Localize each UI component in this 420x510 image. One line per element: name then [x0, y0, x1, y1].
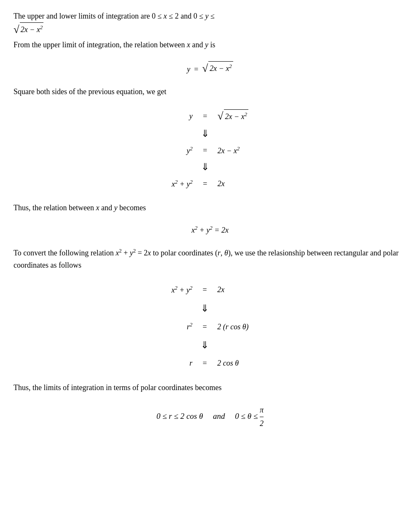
para1-sqrt: √2x − x2	[13, 22, 43, 36]
paragraph-5: To convert the following relation x2 + y…	[13, 247, 407, 271]
align-empty-3	[167, 158, 197, 176]
align-empty-1	[167, 125, 197, 143]
align-rhs-2: 2x − x2	[213, 143, 253, 158]
align2-rhs-2: 2 (r cos θ)	[213, 318, 253, 335]
align-empty-2	[213, 125, 253, 143]
align-lhs-3: x2 + y2	[167, 176, 197, 192]
align-row-arrow-1: ⇓	[167, 125, 253, 143]
align2-eq-2: =	[197, 318, 213, 335]
align-empty-4	[213, 158, 253, 176]
align2-empty-1	[167, 298, 197, 318]
align-arrow-2: ⇓	[197, 158, 213, 176]
align2-lhs-2: r2	[167, 318, 197, 335]
para2-text: From the upper limit of integration, the…	[13, 41, 215, 49]
align-row-arrow-2: ⇓	[167, 158, 253, 176]
align2-empty-2	[213, 298, 253, 318]
eq-y-sqrt: y = √2x − x2	[13, 61, 407, 76]
align-eq-1: =	[197, 108, 213, 125]
align-block-2: x2 + y2 = 2x ⇓ r2 = 2 (r cos θ) ⇓ r = 2 …	[13, 282, 407, 372]
align2-lhs-1: x2 + y2	[167, 282, 197, 298]
align-rhs-1: √2x − x2	[213, 108, 253, 125]
align2-row-arrow-2: ⇓	[167, 335, 253, 355]
align2-row-3: r = 2 cos θ	[167, 355, 253, 372]
para6-text: Thus, the limits of integration in terms…	[13, 383, 221, 392]
align2-rhs-3: 2 cos θ	[213, 355, 253, 372]
align-row-3: x2 + y2 = 2x	[167, 176, 253, 192]
align-lhs-1: y	[167, 108, 197, 125]
align2-empty-4	[213, 335, 253, 355]
paragraph-6: Thus, the limits of integration in terms…	[13, 382, 407, 394]
align2-lhs-3: r	[167, 355, 197, 372]
align-row-2: y2 = 2x − x2	[167, 143, 253, 158]
para3-text: Square both sides of the previous equati…	[13, 87, 166, 96]
align-rhs-3: 2x	[213, 176, 253, 192]
paragraph-3: Square both sides of the previous equati…	[13, 86, 407, 98]
align2-eq-1: =	[197, 282, 213, 298]
align2-eq-3: =	[197, 355, 213, 372]
align-eq-3: =	[197, 176, 213, 192]
paragraph-4: Thus, the relation between x and y becom…	[13, 202, 407, 214]
align2-row-1: x2 + y2 = 2x	[167, 282, 253, 298]
paragraph-2: From the upper limit of integration, the…	[13, 39, 407, 51]
eq-final-limits: 0 ≤ r ≤ 2 cos θ and 0 ≤ θ ≤ π 2	[13, 404, 407, 430]
align-block-1: y = √2x − x2 ⇓ y2 = 2x − x2 ⇓ x2 + y2 =	[13, 108, 407, 192]
para5-text: To convert the following relation x2 + y…	[13, 249, 398, 269]
paragraph-1: The upper and lower limits of integratio…	[13, 10, 407, 36]
align2-arrow-2: ⇓	[197, 335, 213, 355]
align2-arrow-1: ⇓	[197, 298, 213, 318]
para4-text: Thus, the relation between x and y becom…	[13, 203, 146, 212]
final-limits-text: 0 ≤ r ≤ 2 cos θ and 0 ≤ θ ≤ π 2	[156, 412, 264, 420]
align2-rhs-1: 2x	[213, 282, 253, 298]
align2-empty-3	[167, 335, 197, 355]
align-eq-2: =	[197, 143, 213, 158]
align-arrow-1: ⇓	[197, 125, 213, 143]
align2-row-arrow-1: ⇓	[167, 298, 253, 318]
align-row-1: y = √2x − x2	[167, 108, 253, 125]
align-lhs-2: y2	[167, 143, 197, 158]
eq-x2y2-2x: x2 + y2 = 2x	[13, 224, 407, 236]
para1-text: The upper and lower limits of integratio…	[13, 12, 215, 20]
align2-row-2: r2 = 2 (r cos θ)	[167, 318, 253, 335]
